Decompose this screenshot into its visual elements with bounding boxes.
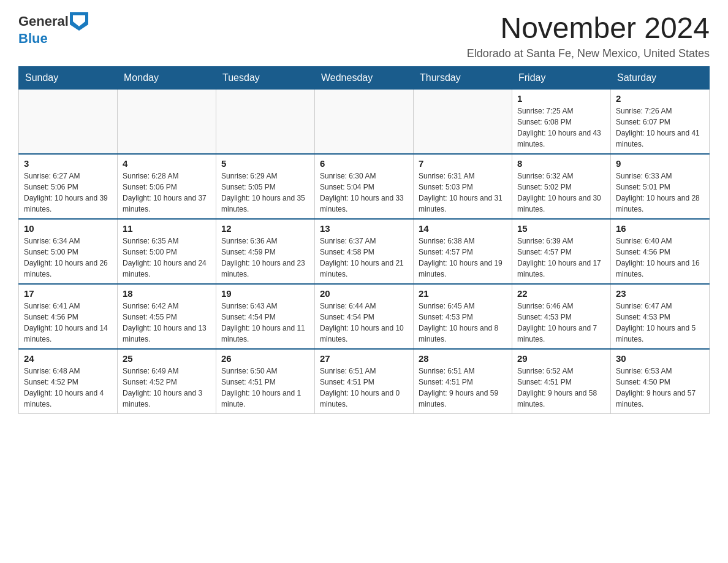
calendar-cell: [315, 89, 414, 154]
calendar-cell: 13Sunrise: 6:37 AM Sunset: 4:58 PM Dayli…: [315, 219, 414, 284]
day-info: Sunrise: 6:52 AM Sunset: 4:51 PM Dayligh…: [517, 366, 605, 410]
calendar-cell: 21Sunrise: 6:45 AM Sunset: 4:53 PM Dayli…: [414, 284, 512, 349]
day-info: Sunrise: 6:53 AM Sunset: 4:50 PM Dayligh…: [616, 366, 704, 410]
day-number: 18: [123, 288, 211, 299]
col-header-thursday: Thursday: [414, 67, 512, 89]
day-number: 25: [123, 353, 211, 364]
calendar-week-4: 24Sunrise: 6:48 AM Sunset: 4:52 PM Dayli…: [19, 349, 710, 414]
calendar-cell: 15Sunrise: 6:39 AM Sunset: 4:57 PM Dayli…: [512, 219, 611, 284]
day-number: 11: [123, 223, 211, 234]
day-number: 1: [517, 93, 605, 104]
day-number: 22: [517, 288, 605, 299]
month-title: November 2024: [467, 12, 710, 45]
calendar-cell: 19Sunrise: 6:43 AM Sunset: 4:54 PM Dayli…: [216, 284, 315, 349]
day-info: Sunrise: 6:28 AM Sunset: 5:06 PM Dayligh…: [123, 170, 211, 215]
day-number: 24: [24, 353, 112, 364]
day-info: Sunrise: 7:26 AM Sunset: 6:07 PM Dayligh…: [616, 105, 704, 150]
calendar-cell: 5Sunrise: 6:29 AM Sunset: 5:05 PM Daylig…: [216, 154, 315, 219]
calendar-cell: 2Sunrise: 7:26 AM Sunset: 6:07 PM Daylig…: [611, 89, 710, 154]
calendar-table: SundayMondayTuesdayWednesdayThursdayFrid…: [18, 66, 710, 414]
day-info: Sunrise: 6:31 AM Sunset: 5:03 PM Dayligh…: [419, 170, 507, 215]
col-header-friday: Friday: [512, 67, 611, 89]
calendar-week-0: 1Sunrise: 7:25 AM Sunset: 6:08 PM Daylig…: [19, 89, 710, 154]
day-number: 20: [320, 288, 408, 299]
day-info: Sunrise: 6:40 AM Sunset: 4:56 PM Dayligh…: [616, 236, 704, 280]
day-info: Sunrise: 6:51 AM Sunset: 4:51 PM Dayligh…: [320, 366, 408, 410]
day-info: Sunrise: 6:48 AM Sunset: 4:52 PM Dayligh…: [24, 366, 112, 410]
col-header-monday: Monday: [118, 67, 216, 89]
col-header-wednesday: Wednesday: [315, 67, 414, 89]
day-number: 12: [221, 223, 309, 234]
calendar-cell: [118, 89, 216, 154]
page-header: General Blue November 2024 Eldorado at S…: [18, 12, 710, 60]
calendar-cell: 7Sunrise: 6:31 AM Sunset: 5:03 PM Daylig…: [414, 154, 512, 219]
calendar-cell: 9Sunrise: 6:33 AM Sunset: 5:01 PM Daylig…: [611, 154, 710, 219]
day-info: Sunrise: 6:43 AM Sunset: 4:54 PM Dayligh…: [221, 301, 309, 345]
day-info: Sunrise: 6:44 AM Sunset: 4:54 PM Dayligh…: [320, 301, 408, 345]
day-number: 29: [517, 353, 605, 364]
day-number: 15: [517, 223, 605, 234]
day-info: Sunrise: 6:32 AM Sunset: 5:02 PM Dayligh…: [517, 170, 605, 215]
calendar-cell: 29Sunrise: 6:52 AM Sunset: 4:51 PM Dayli…: [512, 349, 611, 414]
logo-icon: [70, 12, 88, 31]
calendar-week-1: 3Sunrise: 6:27 AM Sunset: 5:06 PM Daylig…: [19, 154, 710, 219]
day-info: Sunrise: 6:41 AM Sunset: 4:56 PM Dayligh…: [24, 301, 112, 345]
day-number: 27: [320, 353, 408, 364]
col-header-saturday: Saturday: [611, 67, 710, 89]
day-number: 17: [24, 288, 112, 299]
day-number: 13: [320, 223, 408, 234]
day-number: 30: [616, 353, 704, 364]
day-info: Sunrise: 6:45 AM Sunset: 4:53 PM Dayligh…: [419, 301, 507, 345]
day-number: 19: [221, 288, 309, 299]
calendar-cell: 25Sunrise: 6:49 AM Sunset: 4:52 PM Dayli…: [118, 349, 216, 414]
calendar-cell: 6Sunrise: 6:30 AM Sunset: 5:04 PM Daylig…: [315, 154, 414, 219]
day-number: 2: [616, 93, 704, 104]
calendar-cell: 22Sunrise: 6:46 AM Sunset: 4:53 PM Dayli…: [512, 284, 611, 349]
day-number: 6: [320, 158, 408, 169]
day-info: Sunrise: 6:47 AM Sunset: 4:53 PM Dayligh…: [616, 301, 704, 345]
calendar-cell: 26Sunrise: 6:50 AM Sunset: 4:51 PM Dayli…: [216, 349, 315, 414]
calendar-header-row: SundayMondayTuesdayWednesdayThursdayFrid…: [19, 67, 710, 89]
day-info: Sunrise: 6:38 AM Sunset: 4:57 PM Dayligh…: [419, 236, 507, 280]
day-info: Sunrise: 6:35 AM Sunset: 5:00 PM Dayligh…: [123, 236, 211, 280]
calendar-cell: 4Sunrise: 6:28 AM Sunset: 5:06 PM Daylig…: [118, 154, 216, 219]
calendar-cell: 20Sunrise: 6:44 AM Sunset: 4:54 PM Dayli…: [315, 284, 414, 349]
day-number: 9: [616, 158, 704, 169]
calendar-cell: 8Sunrise: 6:32 AM Sunset: 5:02 PM Daylig…: [512, 154, 611, 219]
day-info: Sunrise: 6:49 AM Sunset: 4:52 PM Dayligh…: [123, 366, 211, 410]
calendar-cell: 30Sunrise: 6:53 AM Sunset: 4:50 PM Dayli…: [611, 349, 710, 414]
day-number: 14: [419, 223, 507, 234]
day-number: 4: [123, 158, 211, 169]
calendar-cell: 28Sunrise: 6:51 AM Sunset: 4:51 PM Dayli…: [414, 349, 512, 414]
calendar-cell: [216, 89, 315, 154]
day-number: 3: [24, 158, 112, 169]
day-info: Sunrise: 6:42 AM Sunset: 4:55 PM Dayligh…: [123, 301, 211, 345]
day-number: 23: [616, 288, 704, 299]
day-info: Sunrise: 6:27 AM Sunset: 5:06 PM Dayligh…: [24, 170, 112, 215]
day-number: 8: [517, 158, 605, 169]
calendar-cell: 16Sunrise: 6:40 AM Sunset: 4:56 PM Dayli…: [611, 219, 710, 284]
calendar-cell: [414, 89, 512, 154]
day-number: 5: [221, 158, 309, 169]
calendar-week-3: 17Sunrise: 6:41 AM Sunset: 4:56 PM Dayli…: [19, 284, 710, 349]
day-number: 10: [24, 223, 112, 234]
calendar-cell: 24Sunrise: 6:48 AM Sunset: 4:52 PM Dayli…: [19, 349, 118, 414]
calendar-cell: 14Sunrise: 6:38 AM Sunset: 4:57 PM Dayli…: [414, 219, 512, 284]
day-number: 21: [419, 288, 507, 299]
calendar-cell: 27Sunrise: 6:51 AM Sunset: 4:51 PM Dayli…: [315, 349, 414, 414]
calendar-cell: 12Sunrise: 6:36 AM Sunset: 4:59 PM Dayli…: [216, 219, 315, 284]
day-info: Sunrise: 6:37 AM Sunset: 4:58 PM Dayligh…: [320, 236, 408, 280]
title-block: November 2024 Eldorado at Santa Fe, New …: [467, 12, 710, 60]
day-info: Sunrise: 6:36 AM Sunset: 4:59 PM Dayligh…: [221, 236, 309, 280]
day-info: Sunrise: 6:50 AM Sunset: 4:51 PM Dayligh…: [221, 366, 309, 410]
logo-general: General: [18, 13, 69, 29]
day-info: Sunrise: 6:51 AM Sunset: 4:51 PM Dayligh…: [419, 366, 507, 410]
calendar-cell: 10Sunrise: 6:34 AM Sunset: 5:00 PM Dayli…: [19, 219, 118, 284]
calendar-cell: 17Sunrise: 6:41 AM Sunset: 4:56 PM Dayli…: [19, 284, 118, 349]
calendar-cell: [19, 89, 118, 154]
day-number: 28: [419, 353, 507, 364]
calendar-cell: 23Sunrise: 6:47 AM Sunset: 4:53 PM Dayli…: [611, 284, 710, 349]
day-info: Sunrise: 6:34 AM Sunset: 5:00 PM Dayligh…: [24, 236, 112, 280]
day-info: Sunrise: 6:46 AM Sunset: 4:53 PM Dayligh…: [517, 301, 605, 345]
logo: General Blue: [18, 12, 88, 47]
